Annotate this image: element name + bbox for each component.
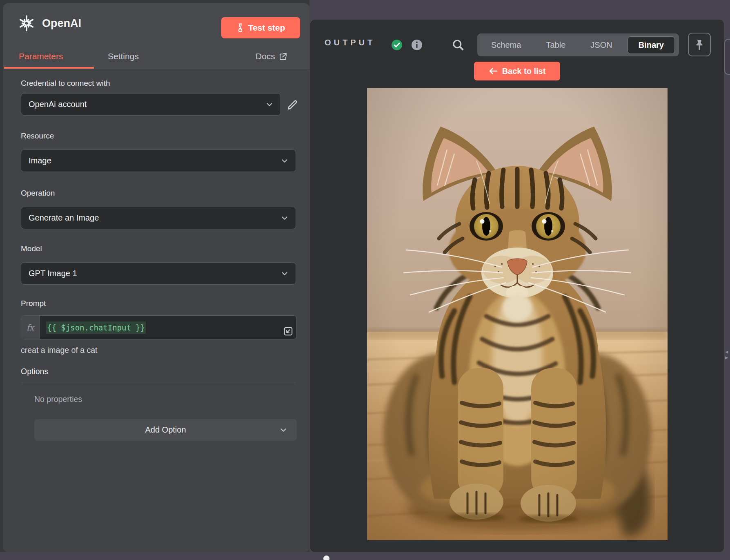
- chevron-down-icon: [280, 214, 289, 223]
- node-title: OpenAI: [42, 17, 81, 30]
- output-view-switcher: Schema Table JSON Binary: [477, 33, 679, 56]
- pencil-icon: [286, 99, 298, 111]
- info-icon[interactable]: [411, 39, 423, 51]
- back-to-list-button[interactable]: Back to list: [474, 62, 560, 80]
- arrow-left-icon: [489, 67, 498, 75]
- node-header: OpenAI Test step Parameters Settings Doc…: [3, 3, 309, 69]
- active-tab-underline: [4, 67, 94, 69]
- edit-credential-button[interactable]: [285, 98, 300, 113]
- tab-settings[interactable]: Settings: [108, 51, 139, 61]
- fx-badge: fx: [21, 316, 40, 339]
- back-to-list-label: Back to list: [502, 67, 546, 76]
- resource-select[interactable]: Image: [21, 149, 296, 172]
- prompt-expression-input[interactable]: fx {{ $json.chatInput }}: [21, 315, 297, 339]
- openai-logo-icon: [18, 14, 36, 32]
- operation-label: Operation: [21, 189, 55, 198]
- expression-result-preview: creat a image of a cat: [21, 346, 98, 355]
- pin-data-button[interactable]: [688, 33, 711, 56]
- operation-value: Generate an Image: [29, 213, 99, 223]
- panel-expand-grip[interactable]: ◂▸: [725, 349, 730, 360]
- output-title: OUTPUT: [325, 38, 375, 47]
- test-step-label: Test step: [248, 23, 285, 33]
- resource-label: Resource: [21, 132, 54, 141]
- credential-select[interactable]: OpenAi account: [21, 93, 281, 116]
- options-divider: [21, 383, 296, 383]
- chevron-down-icon: [280, 269, 289, 278]
- add-option-label: Add Option: [145, 425, 186, 434]
- tab-binary[interactable]: Binary: [628, 36, 675, 54]
- credential-label: Credential to connect with: [21, 79, 110, 88]
- prompt-label: Prompt: [21, 299, 46, 308]
- collapsed-side-widget[interactable]: [724, 39, 730, 75]
- options-label: Options: [21, 367, 48, 376]
- model-label: Model: [21, 244, 42, 253]
- output-panel: OUTPUT Schema Table JSON Binary: [310, 20, 724, 552]
- model-select[interactable]: GPT Image 1: [21, 262, 296, 285]
- credential-value: OpenAi account: [29, 100, 87, 109]
- search-output-button[interactable]: [451, 38, 465, 52]
- chevron-down-icon: [265, 100, 274, 109]
- n8n-node-detail-view: OpenAI Test step Parameters Settings Doc…: [0, 0, 730, 560]
- tab-schema[interactable]: Schema: [481, 40, 531, 50]
- operation-select[interactable]: Generate an Image: [21, 207, 296, 229]
- test-step-button[interactable]: Test step: [221, 17, 300, 38]
- expand-expression-icon: [283, 326, 294, 337]
- node-settings-panel: OpenAI Test step Parameters Settings Doc…: [3, 3, 309, 552]
- expand-expression-button[interactable]: [283, 326, 294, 337]
- success-check-icon: [391, 39, 403, 51]
- flask-icon: [236, 23, 244, 32]
- external-link-icon: [279, 52, 287, 61]
- tab-parameters[interactable]: Parameters: [19, 51, 63, 61]
- chevron-down-icon: [279, 426, 288, 435]
- resource-value: Image: [29, 156, 51, 165]
- pin-icon: [693, 38, 706, 51]
- output-binary-image-cat-photo[interactable]: [367, 88, 668, 540]
- search-icon: [451, 38, 465, 52]
- canvas-node-peek: [323, 556, 329, 560]
- tab-table[interactable]: Table: [536, 40, 575, 50]
- chevron-down-icon: [280, 156, 289, 165]
- prompt-expression: {{ $json.chatInput }}: [40, 316, 146, 339]
- options-empty-text: No properties: [34, 395, 82, 404]
- tab-json[interactable]: JSON: [581, 40, 622, 50]
- add-option-button[interactable]: Add Option: [34, 419, 297, 441]
- model-value: GPT Image 1: [29, 269, 77, 278]
- docs-link[interactable]: Docs: [256, 51, 287, 61]
- docs-label: Docs: [256, 51, 275, 61]
